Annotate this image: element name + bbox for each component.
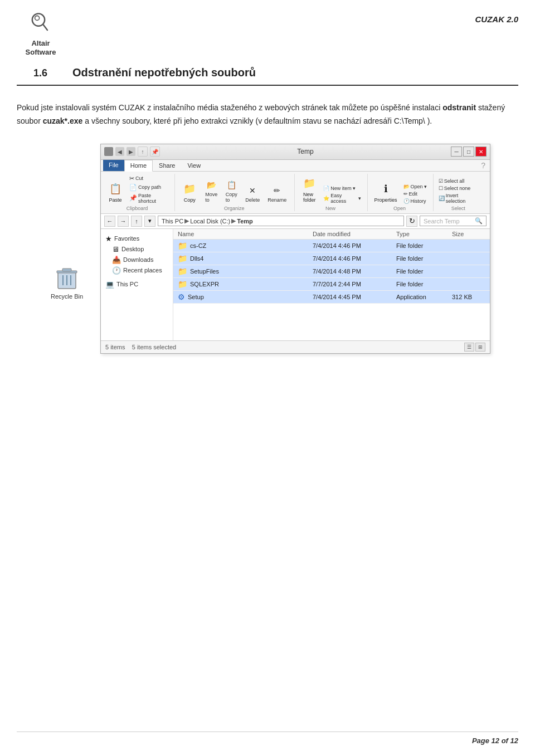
easy-access-arrow: ▾ (358, 196, 361, 201)
col-date[interactable]: Date modified (313, 231, 396, 237)
properties-icon: ℹ (378, 181, 393, 197)
file-name-cell: 📁 SetupFiles (178, 267, 313, 276)
body-text: Pokud jste instalovali systém CUZAK z in… (0, 86, 535, 138)
new-group: 📁 Newfolder 📄 New item ▾ ⭐ Easy a (298, 174, 367, 211)
paste-shortcut-icon: 📌 (129, 194, 137, 202)
paste-button[interactable]: 📋 Paste (104, 179, 127, 204)
svg-line-2 (43, 25, 47, 30)
sidebar-item-downloads[interactable]: 📥 Downloads (103, 255, 171, 265)
refresh-button[interactable]: ↻ (406, 216, 417, 227)
tb-up-icon[interactable]: ↑ (138, 147, 148, 157)
new-folder-button[interactable]: 📁 Newfolder (298, 174, 320, 204)
maximize-button[interactable]: □ (463, 147, 474, 157)
copy-button[interactable]: 📁 Copy (178, 179, 201, 204)
new-folder-icon: 📁 (301, 175, 317, 191)
tab-home[interactable]: Home (124, 160, 153, 172)
folder-icon: 📁 (178, 241, 187, 250)
thispc-icon: 💻 (105, 280, 114, 289)
tb-arrow-left[interactable]: ◀ (115, 147, 124, 156)
tab-share[interactable]: Share (153, 160, 181, 171)
sidebar-section-thispc: 💻 This PC (103, 279, 171, 290)
delete-button[interactable]: ✕ Delete (242, 183, 263, 204)
table-row[interactable]: 📁 SetupFiles 7/4/2014 4:48 PM File folde… (173, 265, 490, 278)
new-item-icon: 📄 (323, 186, 329, 191)
recent-icon: 🕐 (112, 266, 121, 275)
sidebar-item-desktop[interactable]: 🖥 Desktop (103, 244, 171, 255)
copy-to-icon: 📋 (225, 179, 237, 191)
address-path[interactable]: This PC ▶ Local Disk (C:) ▶ Temp (158, 216, 404, 226)
search-placeholder: Search Temp (424, 218, 460, 225)
open-small-btns: 📂 Open ▾ ✏ Edit 🕐 History (402, 183, 429, 204)
ribbon-content: 📋 Paste ✂ Cut 📄 Copy path (101, 172, 490, 213)
new-item-button[interactable]: 📄 New item ▾ (322, 185, 362, 192)
properties-button[interactable]: ℹ Properties (371, 179, 401, 204)
status-text: 5 items 5 items selected (105, 344, 176, 350)
easy-access-icon: ⭐ (323, 196, 329, 201)
recycle-bin-icon[interactable]: Recycle Bin (51, 264, 83, 300)
minimize-button[interactable]: ─ (451, 147, 462, 157)
favorites-icon: ★ (105, 235, 112, 243)
back-button[interactable]: ← (104, 216, 115, 227)
logo-text: Altair Software (26, 39, 56, 56)
folder-icon: 📁 (178, 254, 187, 263)
clipboard-small-btns: ✂ Cut 📄 Copy path 📌 Paste shortcut (128, 174, 170, 204)
tab-view[interactable]: View (181, 160, 207, 171)
svg-rect-5 (62, 269, 71, 271)
recent-button[interactable]: ▾ (144, 216, 155, 227)
explorer-window: ◀ ▶ ↑ 📌 Temp ─ □ ✕ File Home Share View … (100, 144, 490, 354)
window-icon (104, 147, 113, 156)
easy-access-button[interactable]: ⭐ Easy access ▾ (322, 192, 362, 204)
altair-logo (27, 10, 54, 37)
paste-icon: 📋 (108, 181, 123, 197)
history-icon: 🕐 (403, 198, 410, 204)
copy-to-button[interactable]: 📋 Copyto (222, 177, 241, 204)
tb-quick-access[interactable]: 📌 (150, 147, 160, 157)
open-button[interactable]: 📂 Open ▾ (402, 183, 429, 190)
help-button[interactable]: ? (481, 161, 485, 170)
copy-move-buttons: 📁 Copy 📂 Moveto 📋 Copyto (178, 174, 290, 204)
file-sidebar: ★ Favorites 🖥 Desktop 📥 Downloads 🕐 Rece… (101, 229, 173, 340)
tab-file[interactable]: File (103, 160, 124, 171)
close-button[interactable]: ✕ (475, 147, 487, 157)
cut-button[interactable]: ✂ Cut (128, 174, 170, 183)
app-icon: ⚙ (178, 292, 185, 301)
sidebar-item-favorites[interactable]: ★ Favorites (103, 233, 171, 244)
col-name[interactable]: Name (178, 231, 313, 237)
invert-selection-button[interactable]: 🔄 Invert selection (437, 192, 480, 204)
table-row[interactable]: ⚙ Setup 7/4/2014 4:45 PM Application 312… (173, 291, 490, 304)
tb-arrow-right[interactable]: ▶ (127, 147, 135, 156)
forward-button[interactable]: → (118, 216, 129, 227)
details-view-button[interactable]: ☰ (464, 343, 474, 352)
sidebar-item-thispc[interactable]: 💻 This PC (103, 279, 171, 290)
delete-icon: ✕ (246, 184, 259, 197)
search-box[interactable]: Search Temp 🔍 (420, 216, 487, 226)
large-icons-view-button[interactable]: ⊞ (475, 343, 485, 352)
rename-button[interactable]: ✏ Rename (264, 183, 290, 204)
recycle-bin-label: Recycle Bin (51, 293, 83, 300)
table-row[interactable]: 📁 Dlls4 7/4/2014 4:46 PM File folder (173, 252, 490, 265)
page-header: Altair Software CUZAK 2.0 (0, 0, 535, 56)
select-all-button[interactable]: ☑ Select all (437, 178, 480, 184)
col-size[interactable]: Size (452, 231, 485, 237)
table-row[interactable]: 📁 SQLEXPR 7/7/2014 2:44 PM File folder (173, 278, 490, 291)
copy-path-button[interactable]: 📄 Copy path (128, 183, 170, 192)
col-type[interactable]: Type (396, 231, 452, 237)
ribbon: File Home Share View ? 📋 Paste (101, 160, 490, 214)
paste-shortcut-button[interactable]: 📌 Paste shortcut (128, 192, 170, 204)
up-button[interactable]: ↑ (131, 216, 142, 227)
move-to-icon: 📂 (205, 179, 217, 191)
clipboard-buttons: 📋 Paste ✂ Cut 📄 Copy path (104, 174, 170, 204)
view-buttons: ☰ ⊞ (464, 343, 485, 352)
table-row[interactable]: 📁 cs-CZ 7/4/2014 4:46 PM File folder (173, 240, 490, 252)
select-none-button[interactable]: ☐ Select none (437, 185, 480, 192)
rename-icon: ✏ (271, 184, 283, 197)
sidebar-item-recent[interactable]: 🕐 Recent places (103, 265, 171, 276)
edit-button[interactable]: ✏ Edit (402, 191, 429, 197)
file-name-cell: ⚙ Setup (178, 292, 313, 301)
history-button[interactable]: 🕐 History (402, 198, 429, 204)
move-to-button[interactable]: 📂 Moveto (202, 177, 221, 204)
title-bar-controls: ─ □ ✕ (451, 147, 487, 157)
sidebar-section-favorites: ★ Favorites 🖥 Desktop 📥 Downloads 🕐 Rece… (103, 233, 171, 276)
title-bar-left: ◀ ▶ ↑ 📌 (104, 147, 160, 157)
file-area: ★ Favorites 🖥 Desktop 📥 Downloads 🕐 Rece… (101, 229, 490, 340)
